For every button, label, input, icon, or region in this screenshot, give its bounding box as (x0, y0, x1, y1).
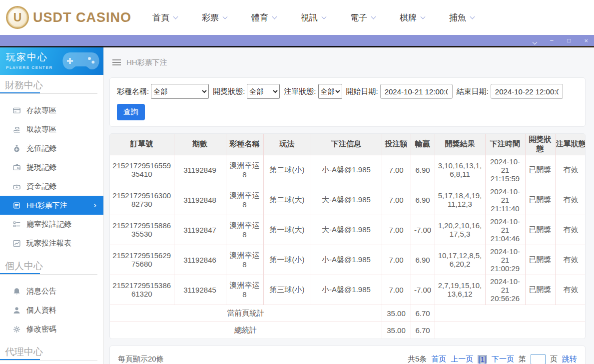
lottery-bet-icon (12, 201, 21, 210)
page-number-input[interactable] (531, 354, 546, 364)
chevron-down-icon (272, 14, 277, 19)
chevron-down-icon (421, 14, 426, 19)
cell-play-type: 第一球(小) (263, 245, 311, 275)
sidebar-item-funds-purse[interactable]: 資金記錄 (0, 177, 103, 196)
cell-bet-info: 小-A盤@1.985 (311, 275, 382, 305)
sidebar-item-player-report[interactable]: 玩家投注報表 (0, 234, 103, 253)
cell-bet-time: 2024-10-21 21:11:40 (485, 185, 525, 215)
cell-draw-result: 2,7,19,15,10,13,6,12 (435, 275, 485, 305)
pagination-panel: 每頁顯示20條 共5条 首页 上一页 [1] 下一页 第 页 跳转 (109, 346, 586, 364)
nav-item-2[interactable]: 彩票 (202, 12, 227, 23)
sidebar-item-label: 玩家投注報表 (26, 239, 71, 248)
sidebar-header: 玩家中心 PLAYERS CENTER (0, 47, 103, 75)
sidebar-item-label: 提現記錄 (26, 163, 56, 172)
sidebar-menu: 財務中心存款專區取款專區充值記錄提現記錄資金記錄HH彩票下注›廳室投註記錄玩家投… (0, 75, 103, 361)
cell-draw-result: 5,17,18,4,19,11,12,3 (435, 185, 485, 215)
table-header-row: 訂單號期數彩種名稱玩法下注信息投注額輸贏開獎結果下注時間開獎狀態注單狀態 (110, 134, 586, 155)
nav-item-3[interactable]: 體育 (251, 12, 276, 23)
sidebar-item-label: HH彩票下注 (26, 201, 67, 210)
gamepad-icon (61, 50, 100, 74)
person-icon (12, 306, 21, 315)
filter-label-order-status: 注單狀態: (284, 87, 316, 96)
cell-order-id: 2152172951538661320 (110, 275, 174, 305)
window-close-button[interactable]: × (584, 37, 588, 44)
sidebar-section-title: 財務中心 (0, 75, 103, 92)
nav-item-7[interactable]: 捕魚 (449, 12, 474, 23)
cell-draw-status: 已開獎 (525, 275, 555, 305)
summary-bet-total: 35.00 (382, 322, 411, 339)
col-header-lottery-name: 彩種名稱 (226, 134, 263, 155)
cell-bet-time: 2024-10-21 21:15:59 (485, 155, 525, 185)
filter-label-draw-status: 開獎狀態: (213, 87, 245, 96)
bets-table: 訂單號期數彩種名稱玩法下注信息投注額輸贏開獎結果下注時間開獎狀態注單狀態 215… (110, 134, 586, 339)
filter-label-lottery-name: 彩種名稱: (117, 87, 149, 96)
total-summary-row: 總統計35.006.70 (110, 322, 586, 339)
jump-suffix: 页 (550, 355, 558, 364)
start-date-input[interactable] (380, 84, 453, 99)
sidebar-item-label: 充值記錄 (26, 144, 56, 153)
sidebar-item-person[interactable]: 個人資料 (0, 301, 103, 320)
draw-status-select[interactable]: 全部 (247, 84, 280, 99)
cell-play-type: 第二球(大) (263, 185, 311, 215)
next-page-link[interactable]: 下一页 (492, 355, 514, 364)
filter-label-end-date: 結束日期: (457, 87, 489, 96)
chevron-down-icon (322, 14, 327, 19)
order-status-select[interactable]: 全部 (318, 84, 342, 99)
col-header-draw-status: 開獎狀態 (525, 134, 555, 155)
section-divider (0, 92, 97, 94)
first-page-link[interactable]: 首页 (431, 355, 446, 364)
col-header-period: 期數 (174, 134, 226, 155)
sidebar-item-gear[interactable]: 修改密碼 (0, 320, 103, 339)
cell-order-id: 2152172951655935410 (110, 155, 174, 185)
lottery-name-select[interactable]: 全部 (151, 84, 209, 99)
cell-draw-result: 1,20,2,10,16,17,5,3 (435, 215, 485, 245)
filter-fields: 彩種名稱:全部開獎狀態:全部注單狀態:全部開始日期:結束日期: (117, 84, 578, 99)
current-page-summary-row: 當前頁統計35.006.70 (110, 305, 586, 322)
summary-label: 總統計 (110, 322, 382, 339)
sidebar-item-label: 存款專區 (26, 106, 56, 115)
cell-order-status: 有效 (555, 275, 586, 305)
table-body: 215217295165593541031192849澳洲幸运8第二球(小)小-… (110, 155, 586, 339)
chevron-down-icon (223, 14, 228, 19)
col-header-win-loss: 輸贏 (411, 134, 435, 155)
cell-bet-info: 小-A盤@1.985 (311, 245, 382, 275)
sidebar-item-lottery-bet[interactable]: HH彩票下注› (0, 196, 103, 215)
search-button[interactable]: 查詢 (117, 104, 145, 120)
app-window: U USDT CASINO 首頁彩票體育視訊電子棋牌捕魚 − □ × 玩家中心 … (0, 0, 594, 364)
nav-item-5[interactable]: 電子 (350, 12, 375, 23)
nav-item-6[interactable]: 棋牌 (400, 12, 425, 23)
cell-order-status: 有效 (555, 155, 586, 185)
chevron-down-icon (173, 14, 178, 19)
sidebar-item-recharge-bag[interactable]: 充值記錄 (0, 139, 103, 158)
cell-bet-info: 大-A盤@1.985 (311, 215, 382, 245)
nav-item-label: 首頁 (152, 12, 169, 23)
sidebar-item-withdrawal-wallet[interactable]: 提現記錄 (0, 158, 103, 177)
jump-button[interactable]: 跳转 (562, 355, 577, 364)
logo[interactable]: U USDT CASINO (0, 6, 131, 29)
window-collapse-button[interactable] (533, 37, 537, 44)
sidebar-item-label: 修改密碼 (26, 325, 56, 334)
col-header-play-type: 玩法 (263, 134, 311, 155)
jump-prefix: 第 (519, 355, 526, 364)
cell-bet-amount: 7.00 (382, 185, 411, 215)
cell-draw-status: 已開獎 (525, 245, 555, 275)
nav-item-1[interactable]: 首頁 (152, 12, 177, 23)
chevron-down-icon (532, 39, 537, 44)
cell-order-id: 2152172951562975680 (110, 245, 174, 275)
cell-order-status: 有效 (555, 185, 586, 215)
end-date-input[interactable] (491, 84, 563, 99)
sidebar-item-withdraw-hand[interactable]: 取款專區 (0, 120, 103, 139)
window-maximize-button[interactable]: □ (567, 37, 571, 43)
prev-page-link[interactable]: 上一页 (451, 355, 473, 364)
cell-win-loss: 6.90 (411, 245, 435, 275)
menu-icon[interactable] (112, 59, 121, 65)
sidebar-item-deposit-card[interactable]: 存款專區 (0, 101, 103, 120)
nav-item-4[interactable]: 視訊 (301, 12, 326, 23)
sidebar-item-bell[interactable]: 消息公告 (0, 282, 103, 301)
logo-letter: U (13, 11, 22, 24)
sidebar-items: 存款專區取款專區充值記錄提現記錄資金記錄HH彩票下注›廳室投註記錄玩家投注報表 (0, 94, 103, 256)
summary-winloss-total: 6.70 (411, 322, 435, 339)
sidebar-item-hall-record[interactable]: 廳室投註記錄 (0, 215, 103, 234)
window-minimize-button[interactable]: − (550, 37, 554, 44)
pagination: 共5条 首页 上一页 [1] 下一页 第 页 跳转 (408, 354, 577, 364)
